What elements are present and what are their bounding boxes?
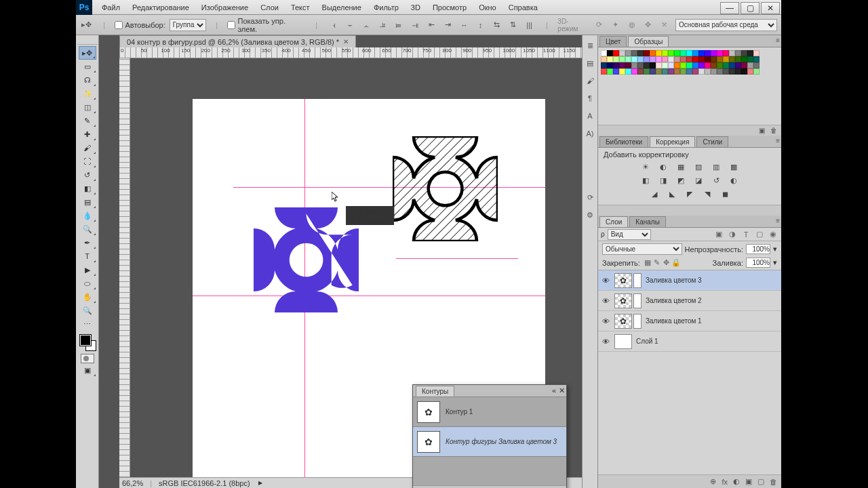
swatch[interactable] <box>753 62 760 68</box>
workspace-switcher[interactable]: Основная рабочая среда <box>675 19 777 31</box>
swatch[interactable] <box>717 62 723 68</box>
tab-paths[interactable]: Контуры <box>416 386 454 396</box>
close-button[interactable]: ✕ <box>761 2 780 14</box>
blur-tool[interactable]: 💧 <box>79 209 96 222</box>
align-icon[interactable]: ⫠ <box>360 18 374 32</box>
swatch[interactable] <box>686 62 692 68</box>
layer-mask-thumb[interactable] <box>633 273 642 288</box>
menu-Просмотр[interactable]: Просмотр <box>427 1 472 14</box>
layer-name[interactable]: Заливка цветом 1 <box>646 317 702 325</box>
layer-row[interactable]: 👁✿Заливка цветом 3 <box>598 270 781 291</box>
swatch[interactable] <box>637 56 644 62</box>
stamp-tool[interactable]: ⛶ <box>79 155 96 168</box>
layer-name[interactable]: Заливка цветом 3 <box>646 277 702 284</box>
swatch[interactable] <box>607 62 613 68</box>
swatch[interactable] <box>753 50 760 56</box>
swatch[interactable] <box>650 68 656 75</box>
swatch[interactable] <box>698 56 705 62</box>
layer-row[interactable]: 👁✿Заливка цветом 1 <box>598 311 781 331</box>
lock-icon[interactable]: ✥ <box>662 258 671 267</box>
layer-filter-icon[interactable]: ▣ <box>713 229 724 240</box>
eyedropper-tool[interactable]: ✎ <box>79 114 96 127</box>
panel-shortcut-icon[interactable]: ▤ <box>584 57 596 69</box>
menu-Текст[interactable]: Текст <box>285 1 315 14</box>
swatch[interactable] <box>644 56 650 62</box>
menu-3D[interactable]: 3D <box>406 1 426 14</box>
swatch[interactable] <box>735 68 741 75</box>
edit-toolbar[interactable]: ⋯ <box>79 317 96 331</box>
tab-swatches[interactable]: Образцы <box>628 36 669 47</box>
show-transform-controls[interactable]: Показать упр. элем. <box>227 17 305 33</box>
adjustment-icon[interactable]: ◤ <box>684 188 695 199</box>
tab-adjustments[interactable]: Коррекция <box>650 136 695 147</box>
maximize-button[interactable]: ▢ <box>741 2 760 14</box>
swatch[interactable] <box>668 62 674 68</box>
adjustment-icon[interactable]: ↺ <box>711 175 722 186</box>
tab-libraries[interactable]: Библиотеки <box>599 136 648 147</box>
layer-thumb[interactable]: ✿ <box>614 314 632 329</box>
swatch[interactable] <box>613 56 619 62</box>
swatch[interactable] <box>747 62 753 68</box>
swatch[interactable] <box>711 68 717 75</box>
align-icon[interactable]: ⇤ <box>425 18 439 32</box>
shape-tool[interactable]: ⬭ <box>79 277 96 290</box>
swatch[interactable] <box>662 68 668 75</box>
path-select-tool[interactable]: ▶ <box>79 263 96 277</box>
adjustment-icon[interactable]: ▩ <box>728 161 739 172</box>
panel-menu-icon[interactable]: ≡ <box>776 37 780 44</box>
align-icon[interactable]: ⫟ <box>344 18 357 32</box>
adjustment-icon[interactable]: ◢ <box>649 188 660 199</box>
swatch[interactable] <box>656 68 662 75</box>
swatch[interactable] <box>692 68 698 75</box>
layer-thumb[interactable] <box>614 334 632 349</box>
swatch[interactable] <box>692 56 698 62</box>
menu-Слои[interactable]: Слои <box>255 1 284 14</box>
adjustment-icon[interactable]: ▨ <box>693 161 704 172</box>
swatch[interactable] <box>601 56 607 62</box>
swatch[interactable] <box>698 50 705 56</box>
swatch[interactable] <box>656 50 662 56</box>
layer-filter-kind[interactable]: Вид <box>608 229 651 240</box>
opacity-input[interactable] <box>746 244 770 254</box>
path-row[interactable]: ✿Контур фигуры Заливка цветом 3 <box>413 427 566 457</box>
panel-menu-icon[interactable]: ≡ <box>776 137 780 144</box>
swatch[interactable] <box>680 62 686 68</box>
swatch[interactable] <box>668 50 674 56</box>
tab-layers[interactable]: Слои <box>599 216 628 227</box>
panel-shortcut-icon[interactable]: A <box>584 110 596 122</box>
swatch[interactable] <box>705 56 711 62</box>
layer-mask-thumb[interactable] <box>633 314 642 329</box>
swatch[interactable] <box>729 56 735 62</box>
swatch[interactable] <box>619 62 625 68</box>
swatch[interactable] <box>601 50 607 56</box>
adjustment-icon[interactable]: ◣ <box>667 188 677 199</box>
swatch[interactable] <box>674 62 680 68</box>
lock-icon[interactable]: ▦ <box>643 258 652 267</box>
layer-filter-icon[interactable]: T <box>741 229 751 240</box>
screenmode-button[interactable]: ▣ <box>79 363 96 377</box>
layer-mask-thumb[interactable] <box>633 293 642 308</box>
swatch[interactable] <box>680 56 686 62</box>
swatch[interactable] <box>650 50 656 56</box>
auto-select-mode[interactable]: Группа <box>170 19 206 31</box>
swatch[interactable] <box>625 68 631 75</box>
menu-Окно[interactable]: Окно <box>473 1 502 14</box>
crop-tool[interactable]: ◫ <box>79 100 96 114</box>
layer-filter-icon[interactable]: ▢ <box>754 229 765 240</box>
visibility-icon[interactable]: 👁 <box>601 317 610 326</box>
menu-Файл[interactable]: Файл <box>96 1 125 14</box>
layer-action-icon[interactable]: 🗑 <box>770 478 777 486</box>
align-icon[interactable]: ↔ <box>458 18 471 32</box>
align-icon[interactable]: ⇅ <box>507 18 520 32</box>
swatch[interactable] <box>729 62 735 68</box>
swatch[interactable] <box>729 50 735 56</box>
align-icon[interactable]: ||| <box>523 18 536 32</box>
swatch[interactable] <box>668 68 674 75</box>
swatch[interactable] <box>613 50 619 56</box>
align-icon[interactable]: ⫡ <box>376 18 390 32</box>
paths-panel[interactable]: Контуры «✕ ✿Контур 1✿Контур фигуры Залив… <box>412 384 567 488</box>
swatch[interactable] <box>747 50 753 56</box>
layer-action-icon[interactable]: ▣ <box>745 477 752 486</box>
visibility-icon[interactable]: 👁 <box>601 337 610 346</box>
swatch[interactable] <box>686 68 692 75</box>
